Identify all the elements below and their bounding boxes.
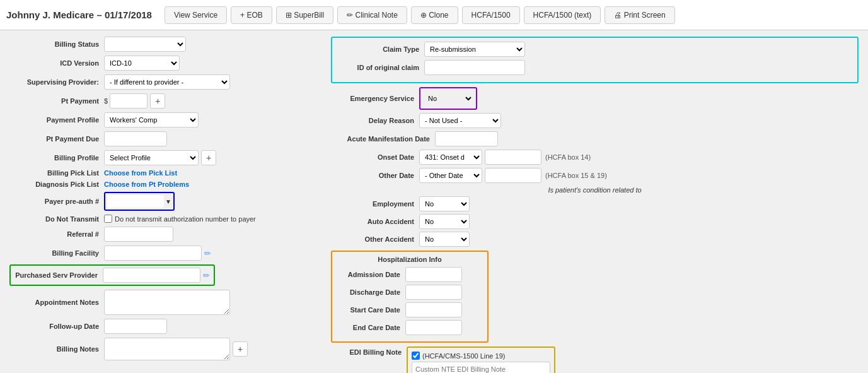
discharge-date-row: Discharge Date — [336, 285, 483, 300]
billing-pick-list-row: Billing Pick List Choose from Pick List — [9, 169, 312, 177]
billing-profile-row: Billing Profile Select Profile + — [9, 150, 312, 165]
do-not-transmit-checkbox[interactable] — [104, 215, 112, 223]
edi-note-input[interactable] — [412, 362, 550, 373]
pt-payment-add-button[interactable]: + — [150, 93, 165, 109]
billing-facility-row: Billing Facility ✏ — [9, 246, 312, 261]
billing-pick-list-button[interactable]: Choose from Pick List — [104, 169, 177, 177]
start-care-date-label: Start Care Date — [336, 306, 405, 314]
hosp-title: Hospitalization Info — [336, 256, 483, 263]
do-not-transmit-row: Do Not Transmit Do not transmit authoriz… — [9, 215, 312, 223]
condition-title: Is patient's condition related to — [331, 186, 859, 194]
billing-profile-add-button[interactable]: + — [201, 150, 216, 165]
end-care-date-input[interactable] — [405, 320, 462, 335]
employment-label: Employment — [331, 200, 419, 208]
icd-version-label: ICD Version — [9, 59, 104, 67]
billing-profile-select[interactable]: Select Profile — [104, 150, 199, 165]
admission-date-row: Admission Date — [336, 267, 483, 282]
hcfa1500-text-button[interactable]: HCFA/1500 (text) — [524, 6, 601, 24]
billing-status-select[interactable] — [104, 37, 186, 52]
payment-profile-label: Payment Profile — [9, 116, 104, 124]
diagnosis-pick-list-button[interactable]: Choose from Pt Problems — [104, 181, 189, 188]
claim-type-section: Claim Type Re-submission ID of original … — [331, 37, 859, 83]
clinical-note-button[interactable]: ✏ Clinical Note — [337, 6, 407, 24]
discharge-date-input[interactable] — [405, 285, 462, 300]
edi-billing-row: EDI Billing Note (HCFA/CMS-1500 Line 19) — [331, 346, 859, 373]
discharge-date-label: Discharge Date — [336, 288, 405, 296]
other-hcfa-label: (HCFA box 15 & 19) — [545, 172, 607, 179]
clone-button[interactable]: ⊕ Clone — [411, 6, 458, 24]
hcfa1500-button[interactable]: HCFA/1500 — [462, 6, 520, 24]
onset-date-label: Onset Date — [331, 153, 419, 161]
supervising-provider-select[interactable]: - If different to provider - — [104, 74, 230, 90]
followup-date-row: Follow-up Date — [9, 319, 312, 334]
billing-notes-textarea[interactable] — [104, 338, 230, 360]
referral-row: Referral # — [9, 227, 312, 242]
diagnosis-pick-list-row: Diagnosis Pick List Choose from Pt Probl… — [9, 181, 312, 188]
appointment-notes-textarea[interactable] — [104, 290, 230, 315]
auto-accident-row: Auto Accident No — [331, 214, 859, 229]
edi-billing-label: EDI Billing Note — [331, 346, 407, 356]
eob-button[interactable]: + EOB — [231, 6, 272, 24]
referral-input[interactable] — [104, 227, 173, 242]
left-panel: Billing Status ICD Version ICD-10 Superv… — [0, 37, 321, 373]
billing-facility-label: Billing Facility — [9, 249, 104, 257]
payer-preauth-border: ▼ — [104, 192, 175, 211]
pt-payment-label: Pt Payment — [9, 97, 104, 105]
pt-payment-due-input[interactable] — [104, 131, 167, 146]
top-bar: Johnny J. Medicare – 01/17/2018 View Ser… — [0, 0, 868, 30]
start-care-date-row: Start Care Date — [336, 302, 483, 317]
billing-facility-input[interactable] — [104, 246, 202, 261]
payer-preauth-input[interactable] — [107, 195, 164, 208]
payer-preauth-dropdown-icon[interactable]: ▼ — [165, 198, 171, 205]
other-date-row: Other Date - Other Date (HCFA box 15 & 1… — [331, 168, 859, 183]
purchased-serv-provider-edit-icon[interactable]: ✏ — [203, 271, 210, 280]
auto-accident-select[interactable]: No — [419, 214, 470, 229]
superbill-button[interactable]: ⊞ SuperBill — [276, 6, 333, 24]
appointment-notes-row: Appointment Notes — [9, 290, 312, 315]
other-date-select[interactable]: - Other Date — [419, 168, 482, 183]
print-screen-button[interactable]: 🖨 Print Screen — [605, 6, 674, 24]
dollar-sign: $ — [104, 97, 108, 105]
other-accident-select[interactable]: No — [419, 232, 470, 247]
payment-profile-select[interactable]: Workers' Comp — [104, 112, 199, 127]
condition-section: Is patient's condition related to Employ… — [331, 186, 859, 247]
acute-manifestation-row: Acute Manifestation Date — [331, 131, 859, 146]
billing-facility-edit-icon[interactable]: ✏ — [204, 249, 211, 258]
id-original-claim-input[interactable] — [424, 60, 525, 75]
delay-reason-label: Delay Reason — [331, 117, 419, 124]
pt-payment-wrap: $ 0 + — [104, 93, 165, 109]
onset-date-input[interactable] — [485, 150, 541, 165]
followup-date-input[interactable] — [104, 319, 167, 334]
hospitalization-section: Hospitalization Info Admission Date Disc… — [331, 251, 489, 343]
claim-type-select[interactable]: Re-submission — [424, 42, 525, 57]
purchased-serv-provider-row: Purchased Serv Provider ✏ — [9, 264, 312, 286]
employment-select[interactable]: No — [419, 196, 470, 211]
view-service-button[interactable]: View Service — [165, 6, 227, 24]
pt-payment-input[interactable]: 0 — [110, 93, 148, 109]
other-date-label: Other Date — [331, 172, 419, 179]
admission-date-input[interactable] — [405, 267, 462, 282]
start-care-date-input[interactable] — [405, 302, 462, 317]
acute-manifestation-input[interactable] — [435, 131, 498, 146]
do-not-transmit-label: Do Not Transmit — [9, 215, 104, 223]
edi-note-row — [412, 362, 550, 373]
billing-status-label: Billing Status — [9, 40, 104, 48]
edi-billing-checkbox[interactable] — [412, 352, 420, 360]
onset-date-select[interactable]: 431: Onset d — [419, 150, 482, 165]
billing-notes-add-button[interactable]: + — [233, 341, 248, 357]
emergency-service-label: Emergency Service — [331, 95, 419, 102]
id-original-claim-row: ID of original claim — [336, 60, 854, 75]
other-date-input[interactable] — [485, 168, 541, 183]
purchased-serv-provider-input[interactable] — [103, 268, 200, 283]
payment-profile-row: Payment Profile Workers' Comp — [9, 112, 312, 127]
edi-checkbox-label: (HCFA/CMS-1500 Line 19) — [422, 352, 505, 360]
pt-payment-due-label: Pt Payment Due — [9, 135, 104, 143]
pt-payment-due-row: Pt Payment Due — [9, 131, 312, 146]
delay-reason-select[interactable]: - Not Used - — [419, 113, 501, 128]
icd-version-select[interactable]: ICD-10 — [104, 56, 180, 71]
billing-pick-list-label: Billing Pick List — [9, 169, 104, 177]
billing-status-row: Billing Status — [9, 37, 312, 52]
other-accident-label: Other Accident — [331, 235, 419, 243]
emergency-service-select[interactable]: No — [423, 91, 473, 106]
claim-type-label: Claim Type — [336, 45, 424, 53]
